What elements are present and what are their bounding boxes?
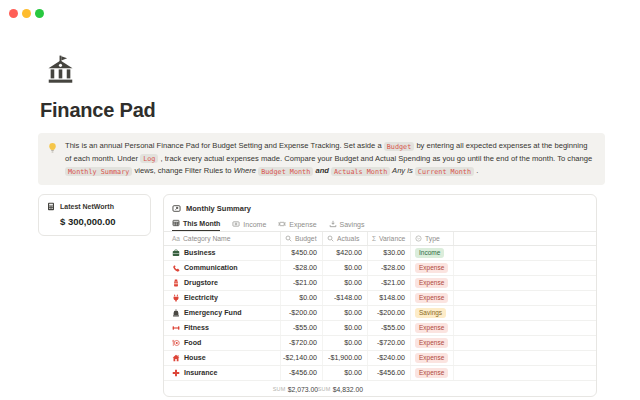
table-row: Fitness-$55.00$0.00-$55.00Expense: [164, 321, 596, 336]
category-name: Food: [184, 339, 201, 347]
variance-cell[interactable]: -$456.00: [368, 366, 411, 380]
type-cell[interactable]: Expense: [411, 321, 454, 335]
category-cell[interactable]: Electricity: [164, 291, 281, 305]
column-header-type[interactable]: Type: [411, 232, 454, 245]
networth-card[interactable]: Latest NetWorth $ 300,000.00: [38, 194, 151, 236]
callout-segment: and: [313, 166, 331, 175]
light-bulb-icon: [47, 142, 58, 154]
empty-cell: [454, 291, 596, 305]
empty-cell: [454, 366, 596, 380]
variance-cell[interactable]: $30.00: [368, 246, 411, 260]
budget-cell[interactable]: -$55.00: [281, 321, 323, 335]
siren-icon: [172, 309, 180, 317]
type-cell[interactable]: Expense: [411, 291, 454, 305]
variance-cell[interactable]: -$240.00: [368, 351, 411, 365]
table-row: House-$2,140.00-$1,900.00-$240.00Expense: [164, 351, 596, 366]
budget-cell[interactable]: $450.00: [281, 246, 323, 260]
type-cell[interactable]: Savings: [411, 306, 454, 320]
callout-segment: Where: [234, 166, 256, 175]
empty-cell: [454, 321, 596, 335]
calculator-icon: [47, 202, 55, 211]
summary-header[interactable]: Monthly Summary: [164, 195, 596, 215]
variance-cell[interactable]: -$55.00: [368, 321, 411, 335]
actuals-cell[interactable]: $0.00: [323, 336, 368, 350]
actuals-cell[interactable]: -$148.00: [323, 291, 368, 305]
callout-segment: .: [474, 166, 478, 175]
budget-cell[interactable]: -$2,140.00: [281, 351, 323, 365]
budget-cell[interactable]: -$200.00: [281, 306, 323, 320]
type-badge: Expense: [415, 278, 448, 288]
table-footer: SUM $2,073.00 SUM $4,832.00: [164, 381, 596, 397]
variance-cell[interactable]: -$720.00: [368, 336, 411, 350]
type-cell[interactable]: Expense: [411, 336, 454, 350]
table-row: Food-$720.00$0.00-$720.00Expense: [164, 336, 596, 351]
callout: This is an annual Personal Finance Pad f…: [38, 133, 605, 185]
actuals-cell[interactable]: $0.00: [323, 306, 368, 320]
page-title: Finance Pad: [40, 99, 156, 122]
type-cell[interactable]: Expense: [411, 366, 454, 380]
column-header-actuals[interactable]: Actuals: [323, 232, 368, 245]
tab-income[interactable]: Income: [232, 220, 266, 231]
tab-this-month[interactable]: This Month: [172, 219, 220, 231]
minimize-button[interactable]: [22, 9, 31, 18]
actuals-cell[interactable]: $0.00: [323, 261, 368, 275]
phone-icon: [172, 264, 180, 272]
sum-value: $4,832.00: [333, 386, 363, 393]
variance-cell[interactable]: -$28.00: [368, 261, 411, 275]
type-badge: Savings: [415, 308, 446, 318]
zoom-button[interactable]: [35, 9, 44, 18]
savings-icon: [329, 220, 337, 228]
budget-cell[interactable]: -$21.00: [281, 276, 323, 290]
type-badge: Expense: [415, 323, 448, 333]
category-cell[interactable]: Business: [164, 246, 281, 260]
budget-cell[interactable]: -$456.00: [281, 366, 323, 380]
actuals-sum[interactable]: SUM $4,832.00: [323, 386, 368, 393]
tab-label: This Month: [183, 220, 220, 227]
empty-cell: [454, 246, 596, 260]
category-cell[interactable]: Fitness: [164, 321, 281, 335]
tab-label: Savings: [340, 221, 365, 228]
actuals-cell[interactable]: -$1,900.00: [323, 351, 368, 365]
tab-savings[interactable]: Savings: [329, 220, 365, 231]
type-cell[interactable]: Income: [411, 246, 454, 260]
text-property-icon: Aa: [172, 235, 180, 242]
category-cell[interactable]: Drugstore: [164, 276, 281, 290]
actuals-cell[interactable]: $0.00: [323, 366, 368, 380]
category-cell[interactable]: Insurance: [164, 366, 281, 380]
column-header-category-name[interactable]: AaCategory Name: [164, 232, 281, 245]
actuals-cell[interactable]: $0.00: [323, 321, 368, 335]
category-cell[interactable]: House: [164, 351, 281, 365]
variance-cell[interactable]: $148.00: [368, 291, 411, 305]
budget-cell[interactable]: -$720.00: [281, 336, 323, 350]
rollup-magnifier-icon: [285, 235, 292, 242]
linked-view-icon: [172, 204, 181, 213]
table-body: Business$450.00$420.00$30.00IncomeCommun…: [164, 246, 596, 381]
column-header-variance[interactable]: ΣVariance: [368, 232, 411, 245]
close-button[interactable]: [9, 9, 18, 18]
bank-icon[interactable]: [46, 55, 75, 85]
variance-cell[interactable]: -$21.00: [368, 276, 411, 290]
category-cell[interactable]: Food: [164, 336, 281, 350]
type-cell[interactable]: Expense: [411, 261, 454, 275]
category-name: Business: [184, 249, 216, 257]
plate-icon: [172, 339, 180, 347]
category-cell[interactable]: Emergency Fund: [164, 306, 281, 320]
column-header-empty: [454, 232, 596, 245]
type-cell[interactable]: Expense: [411, 276, 454, 290]
budget-cell[interactable]: $0.00: [281, 291, 323, 305]
tab-expense[interactable]: Expense: [278, 220, 316, 231]
category-cell[interactable]: Communication: [164, 261, 281, 275]
variance-cell[interactable]: -$200.00: [368, 306, 411, 320]
callout-segment: This is an annual Personal Finance Pad f…: [65, 141, 384, 150]
column-label: Category Name: [183, 235, 231, 242]
actuals-cell[interactable]: $0.00: [323, 276, 368, 290]
expense-icon: [278, 220, 286, 228]
inline-code: Budget: [384, 142, 415, 151]
budget-cell[interactable]: -$28.00: [281, 261, 323, 275]
table-row: Insurance-$456.00$0.00-$456.00Expense: [164, 366, 596, 381]
column-header-budget[interactable]: Budget: [281, 232, 323, 245]
sum-label: SUM: [318, 386, 331, 392]
table-row: Emergency Fund-$200.00$0.00-$200.00Savin…: [164, 306, 596, 321]
type-cell[interactable]: Expense: [411, 351, 454, 365]
actuals-cell[interactable]: $420.00: [323, 246, 368, 260]
